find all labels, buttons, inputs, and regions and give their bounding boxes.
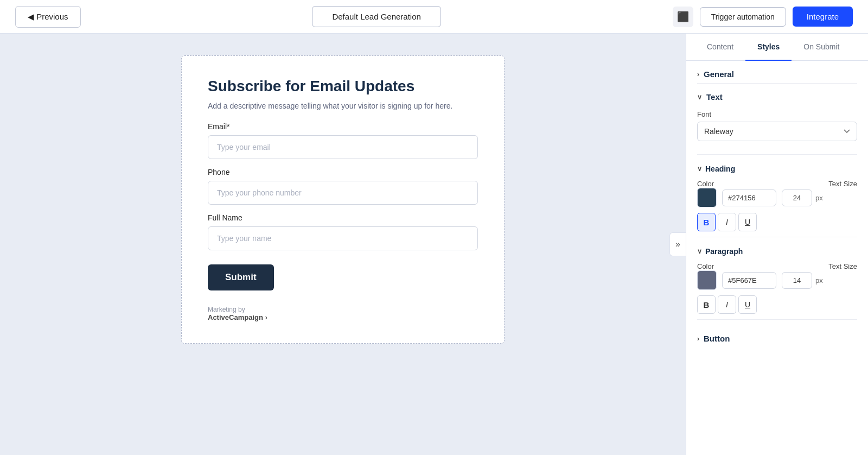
heading-format-buttons: B I U xyxy=(697,213,857,231)
heading-italic-button[interactable]: I xyxy=(718,213,736,231)
heading-size-unit: px xyxy=(815,194,823,202)
preview-icon-button[interactable]: ⬛ xyxy=(673,7,693,27)
paragraph-color-swatch[interactable] xyxy=(697,270,717,290)
previous-button[interactable]: ◀ Previous xyxy=(15,6,81,28)
marketing-text: Marketing by xyxy=(208,306,245,313)
email-field-label: Email* xyxy=(208,122,478,131)
phone-input[interactable] xyxy=(208,181,478,205)
paragraph-color-label: Color xyxy=(697,262,735,270)
heading-color-label: Color xyxy=(697,180,735,188)
chevron-down-icon: ∨ xyxy=(697,165,702,173)
submit-button[interactable]: Submit xyxy=(208,264,274,290)
tab-styles[interactable]: Styles xyxy=(745,34,792,61)
heading-inputs-row: px xyxy=(697,188,857,207)
heading-size-label: Text Size xyxy=(735,180,857,188)
heading-color-size-row: Color Text Size xyxy=(697,180,857,188)
general-label: General xyxy=(704,69,734,79)
heading-size-input[interactable] xyxy=(782,189,812,206)
tab-content[interactable]: Content xyxy=(695,34,745,61)
paragraph-size-unit: px xyxy=(815,276,823,285)
text-section: Font Raleway Arial Georgia Helvetica Tim… xyxy=(697,110,857,347)
divider-1 xyxy=(697,154,857,155)
integrate-button[interactable]: Integrate xyxy=(793,7,853,27)
right-panel: Content Styles On Submit › General ∨ Tex… xyxy=(686,34,868,455)
heading-underline-button[interactable]: U xyxy=(738,213,757,231)
chevron-down-icon: ∨ xyxy=(697,248,702,255)
marketing-brand: ActiveCampaign › xyxy=(208,313,478,321)
collapse-panel-button[interactable]: » xyxy=(669,232,686,256)
button-label: Button xyxy=(704,334,730,343)
tab-on-submit[interactable]: On Submit xyxy=(792,34,851,61)
topbar-center: Default Lead Generation xyxy=(312,6,441,27)
heading-color-input[interactable] xyxy=(722,189,776,206)
paragraph-label: Paragraph xyxy=(705,247,743,256)
divider-2 xyxy=(697,237,857,237)
general-section-header[interactable]: › General xyxy=(697,61,857,84)
paragraph-underline-button[interactable]: U xyxy=(738,295,757,314)
paragraph-subsection-header[interactable]: ∨ Paragraph xyxy=(697,247,857,256)
heading-bold-button[interactable]: B xyxy=(697,213,716,231)
paragraph-bold-button[interactable]: B xyxy=(697,295,716,314)
font-label: Font xyxy=(697,110,857,118)
topbar-right: ⬛ Trigger automation Integrate xyxy=(673,7,853,27)
heading-subsection-header[interactable]: ∨ Heading xyxy=(697,165,857,173)
fullname-field-label: Full Name xyxy=(208,213,478,222)
paragraph-size-row: px xyxy=(782,272,823,289)
topbar-left: ◀ Previous xyxy=(15,6,81,28)
chevron-right-icon: › xyxy=(697,335,699,343)
panel-content: › General ∨ Text Font Raleway Arial Geor… xyxy=(686,61,868,455)
form-card: Subscribe for Email Updates Add a descri… xyxy=(181,55,505,344)
chevron-right-icon: » xyxy=(675,239,680,249)
trigger-automation-button[interactable]: Trigger automation xyxy=(700,7,786,27)
paragraph-format-buttons: B I U xyxy=(697,295,857,314)
heading-label: Heading xyxy=(705,165,735,173)
paragraph-color-input[interactable] xyxy=(722,272,776,289)
font-select[interactable]: Raleway Arial Georgia Helvetica Times Ne… xyxy=(697,122,857,141)
button-section-header[interactable]: › Button xyxy=(697,325,857,347)
paragraph-size-input[interactable] xyxy=(782,272,812,289)
phone-field-label: Phone xyxy=(208,168,478,176)
text-section-header[interactable]: ∨ Text xyxy=(697,84,857,106)
text-label: Text xyxy=(706,92,723,102)
panel-tabs: Content Styles On Submit xyxy=(686,34,868,61)
monitor-icon: ⬛ xyxy=(677,11,689,23)
canvas-area: Subscribe for Email Updates Add a descri… xyxy=(0,34,686,455)
divider-3 xyxy=(697,319,857,320)
heading-size-row: px xyxy=(782,189,823,206)
paragraph-color-size-row: Color Text Size xyxy=(697,262,857,270)
chevron-down-icon: ∨ xyxy=(697,93,702,101)
chevron-right-icon: › xyxy=(697,71,699,78)
heading-color-swatch[interactable] xyxy=(697,188,717,207)
paragraph-inputs-row: px xyxy=(697,270,857,290)
main-area: Subscribe for Email Updates Add a descri… xyxy=(0,34,868,455)
form-title-button[interactable]: Default Lead Generation xyxy=(312,6,441,27)
form-heading: Subscribe for Email Updates xyxy=(208,78,478,95)
topbar: ◀ Previous Default Lead Generation ⬛ Tri… xyxy=(0,0,868,34)
marketing-footer: Marketing by ActiveCampaign › xyxy=(208,306,478,321)
form-description: Add a descriptive message telling what y… xyxy=(208,102,478,110)
paragraph-size-label: Text Size xyxy=(735,262,857,270)
fullname-input[interactable] xyxy=(208,226,478,250)
email-input[interactable] xyxy=(208,135,478,159)
paragraph-italic-button[interactable]: I xyxy=(718,295,736,314)
